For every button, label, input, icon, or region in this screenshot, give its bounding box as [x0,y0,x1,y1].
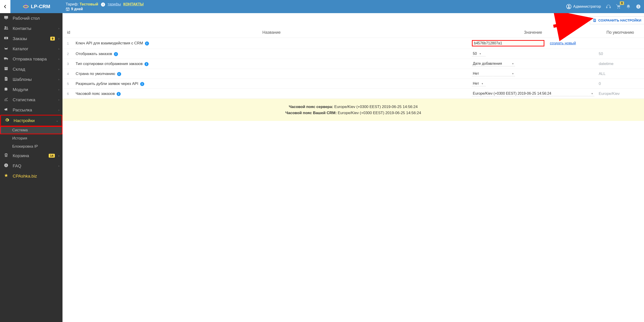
nav-trash[interactable]: Корзина 14 › [0,150,62,161]
notice-value-1: Europe/Kiev (+0300 EEST) 2019-06-25 14:5… [334,104,418,109]
svg-point-8 [4,59,5,60]
svg-point-3 [4,26,6,28]
info-icon[interactable]: i [116,92,121,96]
country-select[interactable]: Нет▼ [472,71,515,76]
nav-label: Каталог [13,46,55,52]
chevron-right-icon: › [58,37,59,40]
tariff-label: Тариф: [66,2,78,6]
nav-modules[interactable]: Модули › [0,84,62,95]
svg-rect-15 [6,80,6,80]
allow-duplicates-select[interactable]: Нет▼ [472,81,486,86]
info-icon[interactable]: i [117,72,121,76]
svg-rect-14 [6,79,7,79]
nav-badge: 14 [49,154,54,158]
table-row: 5 Разрешить дубли заявок через APIi Нет▼… [62,79,644,89]
nav-catalog[interactable]: Каталог › [0,44,62,54]
chevron-right-icon: › [58,108,59,112]
sidebar-brand: LP-CRM [0,0,62,13]
info-icon [3,163,9,169]
contacts-link[interactable]: КОНТАКТЫ [123,2,144,6]
row-value: Нет▼ [470,69,596,79]
dropdown-icon: ▼ [512,72,514,75]
bullhorn-icon [3,107,9,113]
save-settings-button[interactable]: СОХРАНИТЬ НАСТРОЙКИ [590,16,644,24]
svg-rect-1 [4,16,8,19]
nav-label: Склад [13,67,55,72]
nav-mailing[interactable]: Рассылка › [0,105,62,115]
content: СОХРАНИТЬ НАСТРОЙКИ id Название Значение… [62,13,644,322]
nav-sub-ipblock[interactable]: Блокировка IP [0,142,62,150]
main: Тариф: Тестовый i тарифы КОНТАКТЫ 9 дней… [62,0,644,322]
row-value: b4576b712807a1 создать новый [470,38,596,49]
svg-rect-30 [594,19,595,20]
timezone-select[interactable]: Europe/Kiev (+0300 EEST) 2019-06-25 14:5… [472,91,594,96]
nav-label: Заказы [13,36,47,41]
nav-warehouse[interactable]: Склад › [0,64,62,74]
support-icon[interactable] [606,4,611,9]
tariffs-link[interactable]: тарифы [108,2,121,6]
brand-logo[interactable]: LP-CRM [10,0,62,13]
notice-value-2: Europe/Kiev (+0300 EEST) 2019-06-25 14:5… [338,111,421,115]
svg-point-28 [638,5,638,6]
chevron-right-icon: › [58,57,59,61]
chevron-right-icon: › [58,27,59,30]
user-block[interactable]: Администратор [566,4,601,9]
svg-rect-31 [594,20,595,21]
truck-icon [3,56,9,62]
nav-settings[interactable]: Настройки ⌄ [0,115,62,126]
info-icon[interactable] [636,4,641,9]
nav-faq[interactable]: FAQ › [0,161,62,171]
info-icon[interactable]: i [101,2,105,6]
nav-stats[interactable]: Статистика › [0,95,62,105]
nav-label: Рабочий стол [13,16,59,21]
row-idx: 3 [62,59,73,69]
row-name: Разрешить дубли заявок через APIi [73,79,470,89]
orders-count-select[interactable]: 50▼ [472,51,486,56]
nav-label: Контакты [13,26,55,31]
info-icon[interactable]: i [114,52,118,56]
timezone-notice: Часовой пояс сервера: Europe/Kiev (+0300… [62,98,644,121]
cart-icon[interactable]: 9 [616,4,621,9]
nav-orders[interactable]: Заказы 9 › [0,34,62,44]
nav-cpashka[interactable]: CPAshka.biz [0,171,62,181]
chevron-right-icon: › [58,68,59,71]
svg-point-0 [25,6,26,7]
save-icon [593,18,596,22]
nav-label: Корзина [13,153,45,158]
back-button[interactable] [0,0,10,13]
row-name: Страна по умолчаниюi [73,69,470,79]
row-default: 0 [596,79,644,89]
document-icon [3,76,9,82]
tariff-block: Тариф: Тестовый i тарифы КОНТАКТЫ [66,2,144,6]
sort-type-select[interactable]: Дате добавления▼ [472,61,515,66]
chevron-right-icon: › [58,164,59,168]
table-row: 6 Часовой пояс заказовi Europe/Kiev (+03… [62,89,644,99]
nav-settings-sub: Система История Блокировка IP [0,126,62,150]
info-icon[interactable]: i [145,42,149,46]
nav-label: Статистика [13,97,55,102]
nav-label: Шаблоны [13,77,55,82]
bell-icon[interactable] [626,4,631,9]
chevron-left-icon [3,4,7,8]
nav-sub-system[interactable]: Система [0,126,62,134]
nav-contacts[interactable]: Контакты › [0,23,62,34]
svg-point-18 [6,164,6,164]
chevron-right-icon: › [58,88,59,91]
nav-sub-label: Система [12,128,28,132]
nav-sub-history[interactable]: История [0,134,62,142]
nav-dashboard[interactable]: Рабочий стол [0,13,62,23]
svg-rect-17 [6,165,6,166]
nav-shipping[interactable]: Отправка товара › [0,54,62,64]
info-icon[interactable]: i [144,62,148,66]
row-idx: 5 [62,79,73,89]
notice-label-2: Часовой пояс Вашей CRM: [285,111,338,115]
table-row: 4 Страна по умолчаниюi Нет▼ ALL [62,69,644,79]
create-new-link[interactable]: создать новый [550,41,576,45]
info-icon[interactable]: i [140,82,144,86]
user-name: Администратор [573,4,601,9]
nav-templates[interactable]: Шаблоны › [0,74,62,84]
dropdown-icon: ▼ [512,62,514,65]
nav-label: CPAshka.biz [13,174,59,179]
topbar: Тариф: Тестовый i тарифы КОНТАКТЫ 9 дней… [62,0,644,13]
days-value: 9 дней [71,7,83,11]
